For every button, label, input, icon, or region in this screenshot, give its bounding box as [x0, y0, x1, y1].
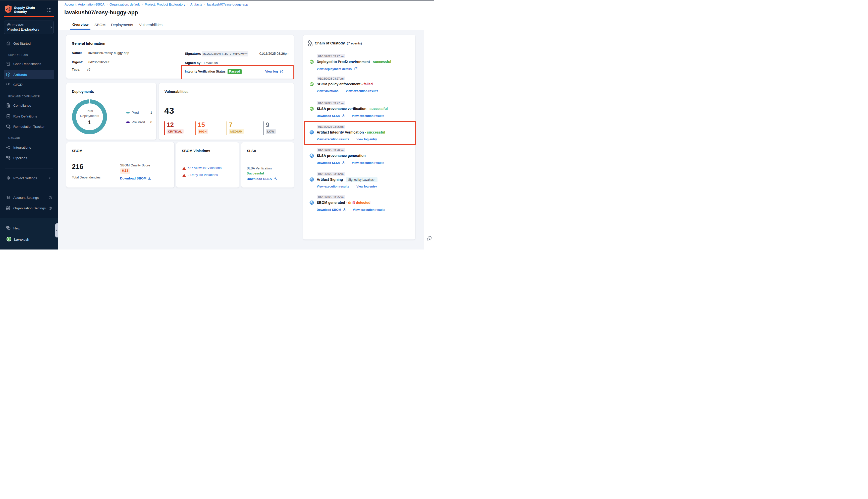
- svg-text:?: ?: [7, 227, 8, 228]
